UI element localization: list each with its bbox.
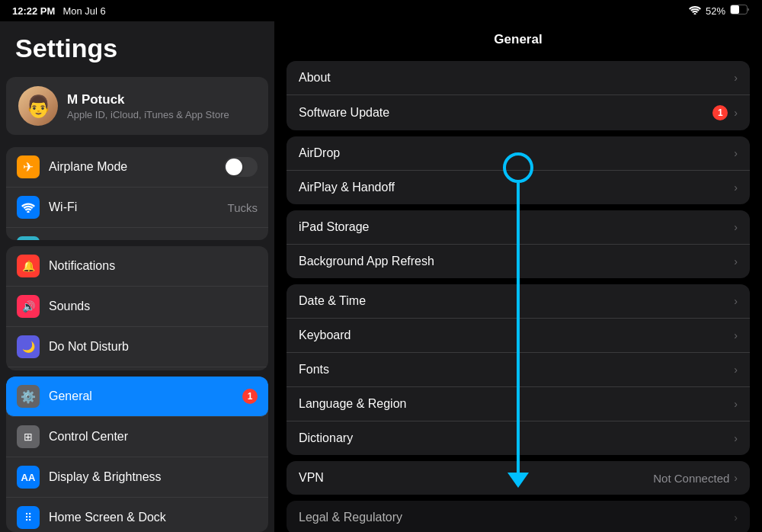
home-screen-label: Home Screen & Dock bbox=[49, 511, 258, 524]
battery-icon bbox=[730, 4, 750, 18]
ipad-storage-label: iPad Storage bbox=[299, 220, 734, 234]
notifications-label: Notifications bbox=[49, 259, 258, 273]
software-update-label: Software Update bbox=[299, 106, 712, 120]
sidebar-item-sounds[interactable]: 🔊 Sounds bbox=[6, 287, 268, 327]
settings-row-fonts[interactable]: Fonts › bbox=[287, 353, 750, 387]
settings-row-date-time[interactable]: Date & Time › bbox=[287, 284, 750, 319]
sidebar-item-airplane-mode[interactable]: ✈ Airplane Mode bbox=[6, 147, 268, 187]
status-icons: 52% bbox=[689, 4, 750, 18]
general-badge: 1 bbox=[242, 389, 258, 404]
sidebar-item-control-center[interactable]: ⊞ Control Center bbox=[6, 417, 268, 457]
settings-row-keyboard[interactable]: Keyboard › bbox=[287, 319, 750, 353]
settings-section-5: VPN Not Connected › bbox=[287, 461, 750, 495]
airplay-label: AirPlay & Handoff bbox=[299, 181, 734, 194]
vpn-label: VPN bbox=[299, 471, 653, 485]
software-update-chevron: › bbox=[734, 107, 738, 119]
settings-section-6: Legal & Regulatory › bbox=[287, 501, 750, 532]
dictionary-label: Dictionary bbox=[299, 431, 734, 445]
main-header: General bbox=[274, 21, 762, 55]
settings-row-ipad-storage[interactable]: iPad Storage › bbox=[287, 210, 750, 245]
user-name: M Potuck bbox=[67, 92, 229, 107]
airplane-mode-toggle[interactable] bbox=[224, 157, 258, 177]
vpn-value: Not Connected bbox=[653, 472, 729, 485]
sidebar-section-connectivity: ✈ Airplane Mode Wi-Fi Tucks B Bluetooth … bbox=[6, 147, 268, 240]
language-region-chevron: › bbox=[734, 398, 738, 410]
airplane-mode-icon: ✈ bbox=[17, 155, 40, 178]
battery-status: 52% bbox=[706, 5, 725, 17]
fonts-chevron: › bbox=[734, 364, 738, 376]
general-icon: ⚙️ bbox=[17, 385, 40, 408]
airplay-chevron: › bbox=[734, 181, 738, 194]
wifi-settings-icon bbox=[17, 196, 40, 219]
sidebar-item-bluetooth[interactable]: B Bluetooth On bbox=[6, 228, 268, 240]
settings-row-language-region[interactable]: Language & Region › bbox=[287, 387, 750, 421]
date-time-chevron: › bbox=[734, 295, 738, 307]
settings-row-airplay[interactable]: AirPlay & Handoff › bbox=[287, 171, 750, 204]
sidebar-section-notifications: 🔔 Notifications 🔊 Sounds 🌙 Do Not Distur… bbox=[6, 246, 268, 370]
about-chevron: › bbox=[734, 72, 738, 84]
sidebar-item-wifi[interactable]: Wi-Fi Tucks bbox=[6, 187, 268, 228]
general-label: General bbox=[49, 389, 242, 403]
software-update-badge: 1 bbox=[712, 105, 728, 120]
legal-chevron: › bbox=[734, 511, 738, 524]
settings-row-about[interactable]: About › bbox=[287, 61, 750, 95]
language-region-label: Language & Region bbox=[299, 397, 734, 411]
sidebar-item-display-brightness[interactable]: AA Display & Brightness bbox=[6, 457, 268, 498]
display-label: Display & Brightness bbox=[49, 470, 258, 484]
date-time-label: Date & Time bbox=[299, 294, 734, 308]
wifi-icon bbox=[689, 4, 701, 18]
sidebar-section-general: ⚙️ General 1 ⊞ Control Center AA Display… bbox=[6, 377, 268, 532]
ipad-storage-chevron: › bbox=[734, 221, 738, 233]
sounds-icon: 🔊 bbox=[17, 295, 40, 318]
vpn-chevron: › bbox=[734, 472, 738, 484]
control-center-label: Control Center bbox=[49, 430, 258, 444]
do-not-disturb-label: Do Not Disturb bbox=[49, 340, 258, 354]
status-time: 12:22 PM bbox=[12, 5, 55, 17]
wifi-label: Wi-Fi bbox=[49, 200, 228, 214]
notifications-icon: 🔔 bbox=[17, 255, 40, 277]
settings-row-vpn[interactable]: VPN Not Connected › bbox=[287, 461, 750, 495]
main-content: General About › Software Update 1 › AirD… bbox=[274, 0, 762, 532]
sidebar-item-home-screen[interactable]: ⠿ Home Screen & Dock bbox=[6, 498, 268, 532]
user-profile[interactable]: 👨 M Potuck Apple ID, iCloud, iTunes & Ap… bbox=[6, 77, 268, 135]
keyboard-chevron: › bbox=[734, 329, 738, 341]
legal-label: Legal & Regulatory bbox=[299, 511, 734, 524]
control-center-icon: ⊞ bbox=[17, 425, 40, 448]
status-bar: 12:22 PM Mon Jul 6 52% bbox=[0, 0, 762, 21]
svg-point-0 bbox=[693, 13, 696, 14]
svg-point-3 bbox=[27, 211, 29, 213]
sidebar-title: Settings bbox=[0, 21, 274, 71]
status-date: Mon Jul 6 bbox=[62, 5, 105, 17]
wifi-value: Tucks bbox=[228, 201, 258, 214]
settings-row-legal[interactable]: Legal & Regulatory › bbox=[287, 501, 750, 532]
main-title: General bbox=[494, 32, 542, 46]
avatar: 👨 bbox=[18, 86, 58, 126]
about-label: About bbox=[299, 71, 734, 85]
sidebar-item-notifications[interactable]: 🔔 Notifications bbox=[6, 246, 268, 287]
settings-section-1: About › Software Update 1 › bbox=[287, 61, 750, 130]
settings-section-3: iPad Storage › Background App Refresh › bbox=[287, 210, 750, 278]
airplane-mode-label: Airplane Mode bbox=[49, 160, 224, 174]
bluetooth-icon: B bbox=[17, 236, 40, 240]
fonts-label: Fonts bbox=[299, 363, 734, 377]
svg-rect-2 bbox=[731, 5, 739, 14]
airdrop-label: AirDrop bbox=[299, 146, 734, 160]
settings-section-2: AirDrop › AirPlay & Handoff › bbox=[287, 136, 750, 204]
settings-row-software-update[interactable]: Software Update 1 › bbox=[287, 95, 750, 130]
do-not-disturb-icon: 🌙 bbox=[17, 335, 40, 358]
background-app-refresh-label: Background App Refresh bbox=[299, 255, 734, 268]
sounds-label: Sounds bbox=[49, 300, 258, 313]
sidebar-item-do-not-disturb[interactable]: 🌙 Do Not Disturb bbox=[6, 327, 268, 367]
settings-row-airdrop[interactable]: AirDrop › bbox=[287, 136, 750, 171]
home-screen-icon: ⠿ bbox=[17, 506, 40, 529]
airdrop-chevron: › bbox=[734, 147, 738, 159]
dictionary-chevron: › bbox=[734, 432, 738, 444]
settings-row-background-app-refresh[interactable]: Background App Refresh › bbox=[287, 245, 750, 278]
display-icon: AA bbox=[17, 466, 40, 489]
background-app-refresh-chevron: › bbox=[734, 255, 738, 268]
sidebar-item-general[interactable]: ⚙️ General 1 bbox=[6, 377, 268, 417]
sidebar: Settings 👨 M Potuck Apple ID, iCloud, iT… bbox=[0, 0, 274, 532]
sidebar-item-screen-time[interactable]: ⏱ Screen Time bbox=[6, 367, 268, 370]
settings-section-4: Date & Time › Keyboard › Fonts › Languag… bbox=[287, 284, 750, 455]
settings-row-dictionary[interactable]: Dictionary › bbox=[287, 421, 750, 455]
